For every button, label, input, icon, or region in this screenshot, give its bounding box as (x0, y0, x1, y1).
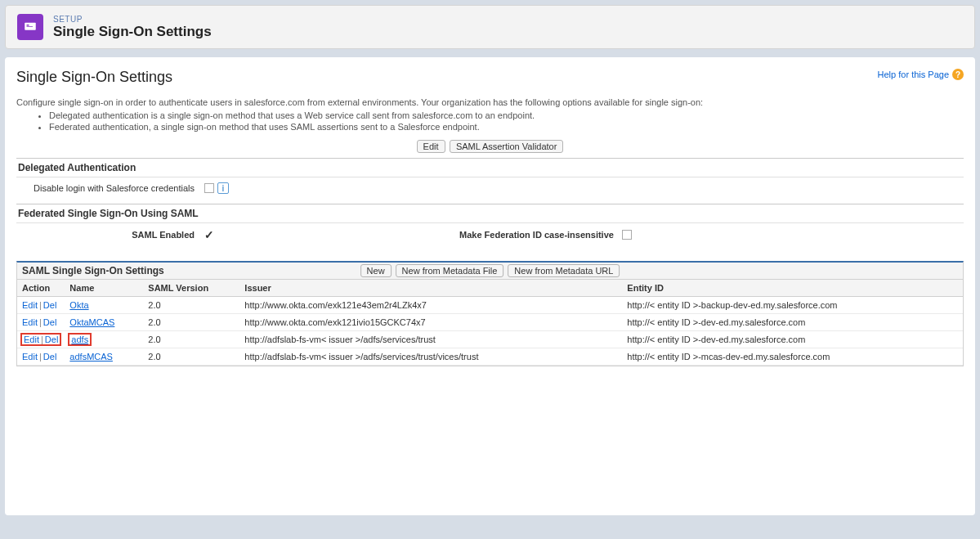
version-cell: 2.0 (143, 331, 239, 348)
entity-cell: http://< entity ID >-mcas-dev-ed.my.sale… (622, 348, 963, 366)
name-cell: OktaMCAS (65, 314, 143, 331)
issuer-cell: http://www.okta.com/exk121ivio15GCKC74x7 (239, 314, 622, 331)
federation-case-label: Make Federation ID case-insensitive (459, 230, 614, 240)
federated-header: Federated Single Sign-On Using SAML (16, 204, 964, 223)
version-cell: 2.0 (143, 348, 239, 366)
separator: | (39, 352, 42, 362)
col-issuer: Issuer (239, 280, 622, 297)
saml-validator-button[interactable]: SAML Assertion Validator (450, 140, 564, 153)
entity-cell: http://< entity ID >-dev-ed.my.salesforc… (622, 331, 963, 348)
name-cell: Okta (65, 297, 143, 314)
help-icon: ? (952, 69, 964, 80)
del-link[interactable]: Del (45, 335, 59, 344)
action-cell: Edit|Del (17, 314, 65, 331)
saml-enabled-label: SAML Enabled (16, 230, 204, 240)
new-from-url-button[interactable]: New from Metadata URL (508, 264, 620, 277)
table-row: Edit|DelOkta2.0http://www.okta.com/exk12… (17, 297, 963, 314)
action-cell: Edit|Del (17, 331, 65, 348)
version-cell: 2.0 (143, 314, 239, 331)
delegated-auth-header: Delegated Authentication (16, 158, 964, 177)
separator: | (39, 317, 42, 327)
bullet-item: Delegated authentication is a single sig… (49, 110, 964, 120)
version-cell: 2.0 (143, 297, 239, 314)
table-title: SAML Single Sign-On Settings (22, 265, 164, 276)
new-button[interactable]: New (360, 264, 392, 277)
table-row: Edit|Deladfs2.0http://adfslab-fs-vm< iss… (17, 331, 963, 348)
page-title: Single Sign-On Settings (16, 69, 172, 86)
check-icon: ✓ (204, 228, 214, 241)
action-cell: Edit|Del (17, 297, 65, 314)
name-cell: adfsMCAS (65, 348, 143, 366)
edit-link[interactable]: Edit (22, 317, 38, 327)
entity-cell: http://< entity ID >-dev-ed.my.salesforc… (622, 314, 963, 331)
header-sup: SETUP (53, 15, 212, 24)
del-link[interactable]: Del (43, 317, 57, 327)
row-name-link[interactable]: Okta (69, 300, 88, 310)
setup-icon (17, 14, 43, 40)
federation-case-checkbox[interactable] (622, 230, 632, 240)
page-header: SETUP Single Sign-On Settings (5, 5, 975, 49)
saml-settings-table-wrap: SAML Single Sign-On Settings New New fro… (16, 261, 964, 366)
new-from-file-button[interactable]: New from Metadata File (396, 264, 504, 277)
separator: | (39, 300, 42, 310)
del-link[interactable]: Del (43, 300, 57, 310)
saml-settings-table: Action Name SAML Version Issuer Entity I… (17, 280, 963, 366)
page-desc: Configure single sign-on in order to aut… (16, 97, 964, 107)
col-entity: Entity ID (622, 280, 963, 297)
disable-login-checkbox[interactable] (204, 183, 214, 193)
table-row: Edit|DelOktaMCAS2.0http://www.okta.com/e… (17, 314, 963, 331)
name-cell: adfs (65, 331, 143, 348)
entity-cell: http://< entity ID >-backup-dev-ed.my.sa… (622, 297, 963, 314)
issuer-cell: http://www.okta.com/exk121e43em2r4LZk4x7 (239, 297, 622, 314)
help-label: Help for this Page (878, 70, 949, 79)
col-ver: SAML Version (143, 280, 239, 297)
row-name-link[interactable]: adfs (71, 335, 88, 344)
disable-login-label: Disable login with Salesforce credential… (16, 183, 204, 193)
issuer-cell: http://adfslab-fs-vm< issuer >/adfs/serv… (239, 331, 622, 348)
edit-link[interactable]: Edit (22, 352, 38, 362)
svg-rect-1 (27, 25, 29, 26)
row-name-link[interactable]: OktaMCAS (69, 317, 114, 327)
header-title: Single Sign-On Settings (53, 24, 212, 40)
col-action: Action (17, 280, 65, 297)
table-row: Edit|DeladfsMCAS2.0http://adfslab-fs-vm<… (17, 348, 963, 366)
page-body: Single Sign-On Settings Help for this Pa… (5, 57, 975, 515)
del-link[interactable]: Del (43, 352, 57, 362)
svg-rect-2 (27, 26, 34, 27)
bullet-list: Delegated authentication is a single sig… (49, 110, 964, 132)
edit-link[interactable]: Edit (22, 300, 38, 310)
edit-link[interactable]: Edit (24, 335, 39, 344)
issuer-cell: http://adfslab-fs-vm< issuer >/adfs/serv… (239, 348, 622, 366)
help-link[interactable]: Help for this Page ? (878, 69, 964, 80)
row-name-link[interactable]: adfsMCAS (69, 352, 113, 362)
bullet-item: Federated authentication, a single sign-… (49, 122, 964, 132)
action-cell: Edit|Del (17, 348, 65, 366)
col-name: Name (65, 280, 143, 297)
separator: | (41, 335, 43, 344)
edit-button[interactable]: Edit (417, 140, 445, 153)
info-icon[interactable]: i (217, 182, 229, 194)
